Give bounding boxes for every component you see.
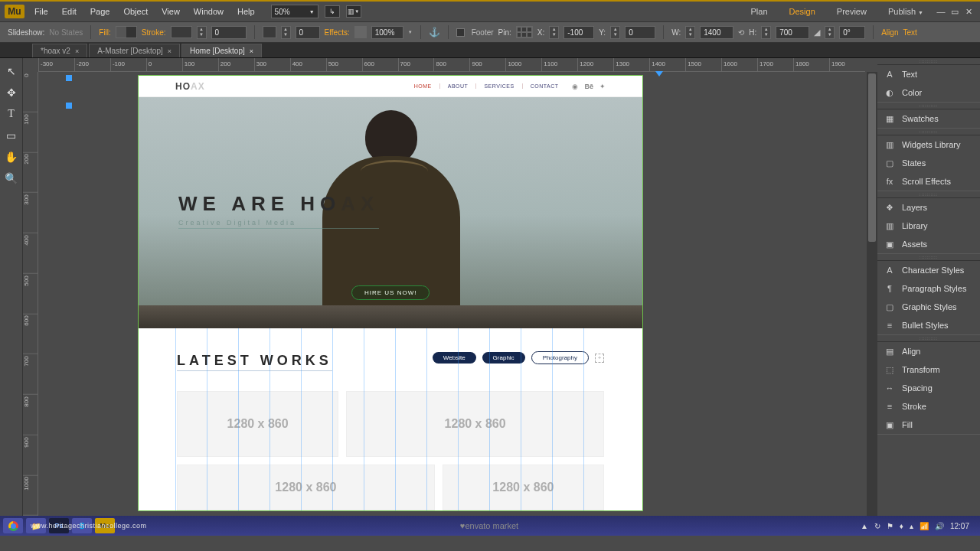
corner-spin[interactable]: ▲▼ xyxy=(281,26,291,39)
panel-align[interactable]: ▤Align xyxy=(877,342,980,360)
crop-tool[interactable]: ✥ xyxy=(3,84,20,101)
doc-tab-2[interactable]: Home [Desktop]× xyxy=(181,44,262,57)
dribbble-icon[interactable]: ◉ xyxy=(572,83,578,90)
menu-view[interactable]: View xyxy=(155,7,187,16)
text-tool[interactable]: T xyxy=(3,106,20,122)
text-link[interactable]: Text xyxy=(903,28,916,37)
selection-tool[interactable]: ↖ xyxy=(3,63,20,80)
mode-design[interactable]: Design xyxy=(779,7,826,16)
scrollbar-vertical[interactable] xyxy=(867,72,877,516)
taskbar-chrome[interactable] xyxy=(3,518,23,533)
hero-text[interactable]: WE ARE HOAX Creative Digital Media xyxy=(178,192,379,229)
menu-help[interactable]: Help xyxy=(230,7,262,16)
panel-text[interactable]: AText xyxy=(877,65,980,83)
panel-library[interactable]: ▥Library xyxy=(877,217,980,235)
panel-scroll-effects[interactable]: fxScroll Effects xyxy=(877,172,980,191)
close-icon[interactable]: × xyxy=(168,47,172,55)
corner-swatch[interactable] xyxy=(263,26,276,38)
panel-widgets-library[interactable]: ▥Widgets Library xyxy=(877,135,980,154)
section-title[interactable]: LATEST WORKS xyxy=(177,351,332,371)
menu-file[interactable]: File xyxy=(28,7,55,16)
w-input[interactable] xyxy=(700,26,733,39)
tray-flag-icon[interactable]: ⚑ xyxy=(887,522,893,530)
stroke-spin[interactable]: ▲▼ xyxy=(197,26,207,39)
guide-marker[interactable] xyxy=(66,75,72,81)
tray-network-icon[interactable]: ▴ xyxy=(910,522,913,530)
guide-marker[interactable] xyxy=(66,103,72,109)
menu-object[interactable]: Object xyxy=(116,7,155,16)
chevron-down-icon[interactable]: ▼ xyxy=(408,30,413,34)
panel-grip[interactable]: :::::::::: xyxy=(877,129,980,135)
close-icon[interactable]: × xyxy=(250,47,253,55)
nav-services[interactable]: SERVICES xyxy=(475,83,521,89)
clock[interactable]: 12:07 xyxy=(950,522,969,530)
tray-signal-icon[interactable]: 📶 xyxy=(920,522,929,530)
h-input[interactable] xyxy=(776,26,809,39)
tray-up-icon[interactable]: ▲ xyxy=(861,522,868,530)
y-spin[interactable]: ▲▼ xyxy=(610,26,620,39)
menu-page[interactable]: Page xyxy=(83,7,117,16)
pill-graphic[interactable]: Graphic xyxy=(482,352,525,364)
zoom-tool[interactable]: 🔍 xyxy=(3,170,20,187)
pill-website[interactable]: Website xyxy=(433,352,476,364)
tool-btn-1[interactable]: ↳ xyxy=(325,5,340,18)
nav-home[interactable]: HOME xyxy=(407,83,439,89)
hand-tool[interactable]: ✋ xyxy=(3,148,20,165)
page-width-marker[interactable] xyxy=(655,71,663,77)
nav-about[interactable]: ABOUT xyxy=(439,83,476,89)
panel-swatches[interactable]: ▦Swatches xyxy=(877,109,980,128)
panel-color[interactable]: ◐Color xyxy=(877,83,980,102)
opacity-input[interactable] xyxy=(371,26,403,39)
work-card[interactable]: 1280 x 860 xyxy=(346,391,604,457)
stroke-swatch[interactable] xyxy=(171,26,192,38)
twitter-icon[interactable]: ✦ xyxy=(599,83,606,90)
panel-spacing[interactable]: ↔Spacing xyxy=(877,379,980,397)
x-input[interactable] xyxy=(564,26,594,39)
add-pill-button[interactable]: + xyxy=(595,354,604,363)
rotation-input[interactable] xyxy=(839,26,865,39)
tray-volume-icon[interactable]: 🔊 xyxy=(935,522,944,530)
panel-bullet-styles[interactable]: ≡Bullet Styles xyxy=(877,316,980,334)
work-card[interactable]: 1280 x 860 xyxy=(177,391,338,457)
stroke-weight-input[interactable] xyxy=(211,26,247,39)
mode-publish[interactable]: Publish ▼ xyxy=(877,7,934,16)
fill-swatch[interactable] xyxy=(116,26,137,38)
slideshow-value[interactable]: No States xyxy=(49,28,83,37)
panel-grip[interactable]: :::::::::: xyxy=(877,335,980,341)
panel-stroke[interactable]: ≡Stroke xyxy=(877,397,980,416)
panel-grip[interactable]: :::::::::: xyxy=(877,58,980,64)
panel-character-styles[interactable]: ACharacter Styles xyxy=(877,261,980,279)
rot-spin[interactable]: ▲▼ xyxy=(825,26,835,39)
y-input[interactable] xyxy=(625,26,655,39)
hero-section[interactable]: HOAX HOME ABOUT SERVICES CONTACT ◉ Bē ✦ … xyxy=(139,76,642,328)
panel-grip[interactable]: :::::::::: xyxy=(877,191,980,197)
panel-states[interactable]: ▢States xyxy=(877,154,980,172)
link-icon[interactable]: ⟲ xyxy=(738,28,744,37)
align-link[interactable]: Align xyxy=(881,28,898,37)
panel-grip[interactable]: :::::::::: xyxy=(877,103,980,109)
corner-input[interactable] xyxy=(296,26,320,39)
anchor-icon[interactable]: ⚓ xyxy=(429,27,440,37)
nav-contact[interactable]: CONTACT xyxy=(522,83,567,89)
doc-tab-1[interactable]: A-Master [Desktop]× xyxy=(89,44,180,57)
doc-tab-0[interactable]: *hoax v2× xyxy=(32,44,87,57)
panel-layers[interactable]: ❖Layers xyxy=(877,198,980,217)
w-spin[interactable]: ▲▼ xyxy=(685,26,695,39)
pill-photography[interactable]: Photography xyxy=(531,351,589,364)
zoom-dropdown[interactable]: 50%▼ xyxy=(271,5,318,18)
h-spin[interactable]: ▲▼ xyxy=(761,26,771,39)
menu-edit[interactable]: Edit xyxy=(55,7,83,16)
mode-plan[interactable]: Plan xyxy=(740,7,779,16)
design-canvas[interactable]: HOAX HOME ABOUT SERVICES CONTACT ◉ Bē ✦ … xyxy=(138,75,643,511)
canvas-area[interactable]: -300-200-1000100200300400500600700800900… xyxy=(23,58,877,516)
panel-graphic-styles[interactable]: ▢Graphic Styles xyxy=(877,298,980,316)
panel-paragraph-styles[interactable]: ¶Paragraph Styles xyxy=(877,279,980,298)
window-close[interactable]: ✕ xyxy=(962,7,975,17)
tray-sync-icon[interactable]: ↻ xyxy=(874,522,880,530)
close-icon[interactable]: × xyxy=(75,47,79,55)
pin-grid[interactable] xyxy=(516,26,533,38)
scrollbar-thumb[interactable] xyxy=(868,73,876,242)
cta-button[interactable]: HIRE US NOW! xyxy=(351,285,430,300)
panel-transform[interactable]: ⬚Transform xyxy=(877,360,980,379)
effects-swatch[interactable] xyxy=(354,26,367,38)
